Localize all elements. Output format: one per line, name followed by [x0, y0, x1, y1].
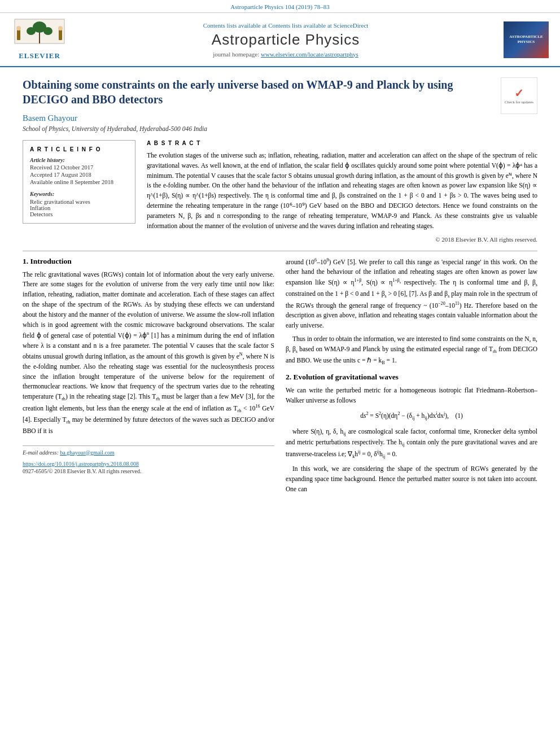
svg-rect-6	[17, 30, 20, 40]
page: Astroparticle Physics 104 (2019) 78–83	[0, 0, 560, 747]
article-info-title: A R T I C L E I N F O	[30, 146, 128, 152]
journal-citation: Astroparticle Physics 104 (2019) 78–83	[230, 3, 329, 10]
email-label: E-mail address:	[23, 449, 59, 456]
article-info-col: A R T I C L E I N F O Article history: R…	[23, 140, 135, 243]
svg-point-3	[27, 27, 36, 35]
article-info-abstract-row: A R T I C L E I N F O Article history: R…	[23, 140, 537, 243]
section2-text: We can write the perturbed metric for a …	[286, 386, 537, 495]
svg-rect-8	[59, 30, 62, 40]
journal-name: Astroparticle Physics	[68, 31, 504, 49]
journal-logo-right: ASTROPARTICLE PHYSICS	[504, 21, 549, 58]
keyword-1: Relic gravitational waves	[30, 199, 128, 205]
section1-right-text: around (106–109) GeV [5]. We prefer to c…	[286, 257, 537, 367]
homepage-label: journal homepage:	[213, 51, 259, 58]
svg-point-4	[43, 27, 53, 35]
section2-para1: We can write the perturbed metric for a …	[286, 386, 537, 406]
received-date: Received 12 October 2017	[30, 164, 128, 171]
sciencedirect-text: Contents lists available at Contents lis…	[68, 22, 504, 29]
journal-title-block: Contents lists available at Contents lis…	[68, 22, 504, 58]
available-date: Available online 8 September 2018	[30, 179, 128, 185]
article-info-box: A R T I C L E I N F O Article history: R…	[23, 140, 135, 224]
footer-links: https://doi.org/10.1016/j.astropartphys.…	[23, 459, 274, 468]
keyword-3: Detectors	[30, 211, 128, 217]
section2-heading: 2. Evolution of gravitational waves	[286, 373, 537, 382]
section2-para2: where S(η), η, δ, hij are cosmological s…	[286, 427, 537, 461]
section1-heading: 1. Introduction	[23, 257, 274, 266]
elsevier-logo-svg	[14, 19, 65, 50]
sciencedirect-link-text[interactable]: Contents lists available at ScienceDirec…	[268, 22, 368, 29]
footnote-email: E-mail address: ba.ghayour@gmail.com	[23, 449, 274, 456]
check-for-updates-badge: ✓ Check for updates	[501, 77, 537, 114]
elsevier-wordmark: ELSEVIER	[19, 51, 60, 60]
title-row: Obtaining some constraints on the early …	[23, 77, 537, 107]
section1-text: The relic gravitational waves (RGWs) con…	[23, 270, 274, 436]
body-content: 1. Introduction The relic gravitational …	[23, 257, 537, 498]
accepted-date: Accepted 17 August 2018	[30, 172, 128, 178]
email-link[interactable]: ba.ghayour@gmail.com	[60, 449, 114, 456]
body-col-left: 1. Introduction The relic gravitational …	[23, 257, 274, 498]
body-col-right: around (106–109) GeV [5]. We prefer to c…	[286, 257, 537, 498]
top-bar: Astroparticle Physics 104 (2019) 78–83	[0, 0, 560, 13]
copyright-line: © 2018 Elsevier B.V. All rights reserved…	[147, 236, 537, 243]
section1-right-para1: around (106–109) GeV [5]. We prefer to c…	[286, 257, 537, 331]
footer-copyright: 0927-6505/© 2018 Elsevier B.V. All right…	[23, 468, 274, 474]
svg-point-9	[58, 26, 63, 30]
affiliation: School of Physics, University of Hyderab…	[23, 125, 537, 132]
section1-para1: The relic gravitational waves (RGWs) con…	[23, 270, 274, 436]
doi-link[interactable]: https://doi.org/10.1016/j.astropartphys.…	[23, 461, 139, 467]
keywords-label: Keywords:	[30, 191, 128, 197]
abstract-col: A B S T R A C T The evolution stages of …	[147, 140, 537, 243]
article-title: Obtaining some constraints on the early …	[23, 77, 537, 107]
svg-point-7	[16, 26, 21, 30]
abstract-text: The evolution stages of the universe suc…	[147, 151, 537, 231]
section1-right-para2: Thus in order to obtain the information,…	[286, 334, 537, 367]
section-divider	[23, 251, 537, 251]
journal-logo-text: ASTROPARTICLE PHYSICS	[504, 32, 549, 47]
homepage-url[interactable]: www.elsevier.com/locate/astropartphys	[261, 51, 358, 58]
footnote-area: E-mail address: ba.ghayour@gmail.com htt…	[23, 445, 274, 474]
article-content: Obtaining some constraints on the early …	[0, 67, 560, 509]
check-icon: ✓	[514, 86, 524, 100]
elsevier-logo: ELSEVIER	[11, 19, 68, 60]
section2-equation1: ds2 = S2(η)(dη2 − (δij + hij)dxidxj), (1…	[286, 410, 537, 422]
keyword-2: Inflation	[30, 205, 128, 211]
abstract-title: A B S T R A C T	[147, 140, 537, 146]
history-label: Article history:	[30, 157, 128, 163]
journal-homepage: journal homepage: www.elsevier.com/locat…	[68, 51, 504, 58]
check-badge-text: Check for updates	[505, 100, 533, 105]
section2-para3: In this work, we are considering the sha…	[286, 464, 537, 495]
author-name: Basem Ghayour	[23, 113, 537, 123]
journal-header: ELSEVIER Contents lists available at Con…	[0, 13, 560, 67]
